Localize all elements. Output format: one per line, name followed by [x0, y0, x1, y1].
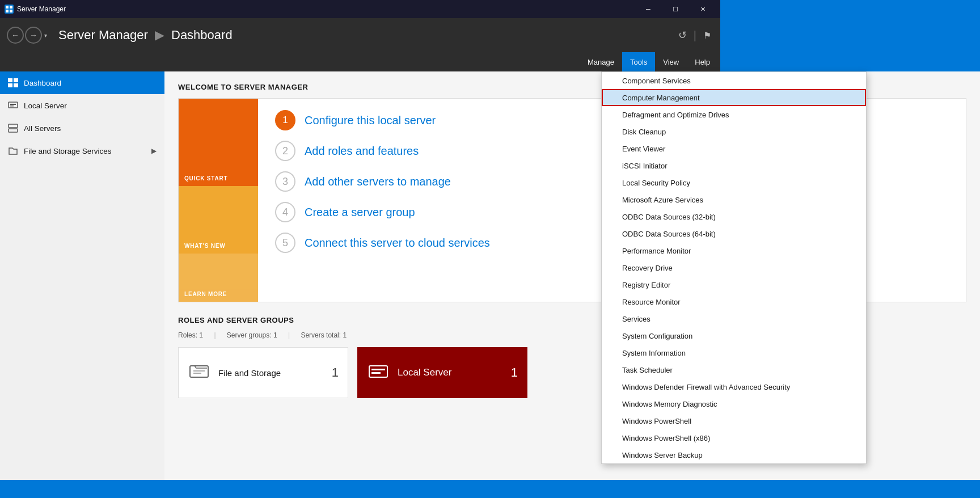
- welcome-left-panel: QUICK START WHAT'S NEW LEARN MORE: [179, 99, 258, 302]
- local-server-card-info: Local Server: [398, 367, 503, 378]
- menu-manage[interactable]: Manage: [580, 52, 622, 71]
- svg-rect-17: [371, 369, 385, 370]
- quick-link-2[interactable]: Add roles and features: [305, 145, 419, 158]
- svg-rect-4: [8, 78, 12, 82]
- nav-dropdown-arrow[interactable]: ▾: [44, 32, 47, 39]
- window-controls[interactable]: ─ ☐ ✕: [635, 0, 716, 18]
- dropdown-label-odbc32: ODBC Data Sources (32-bit): [622, 213, 716, 221]
- dropdown-label-defender-fw: Windows Defender Firewall with Advanced …: [622, 383, 790, 391]
- dropdown-item-recovery[interactable]: Recovery Drive: [602, 259, 866, 276]
- dropdown-item-services[interactable]: Services: [602, 310, 866, 327]
- dropdown-label-component-services: Component Services: [622, 77, 691, 85]
- dropdown-item-sys-info[interactable]: System Information: [602, 344, 866, 361]
- dropdown-item-perf-monitor[interactable]: Performance Monitor: [602, 242, 866, 259]
- dropdown-item-task-scheduler[interactable]: Task Scheduler: [602, 361, 866, 378]
- dropdown-item-mem-diag[interactable]: Windows Memory Diagnostic: [602, 395, 866, 412]
- roles-sep1: |: [214, 331, 216, 339]
- sidebar-item-all-servers[interactable]: All Servers: [0, 117, 164, 140]
- local-server-card-name: Local Server: [398, 367, 503, 378]
- dashboard-icon: [8, 78, 18, 87]
- quick-num-5: 5: [275, 233, 295, 253]
- dropdown-item-event-viewer[interactable]: Event Viewer: [602, 140, 866, 157]
- menu-tools[interactable]: Tools: [622, 52, 655, 71]
- svg-rect-16: [369, 366, 387, 377]
- learn-more-panel: LEARN MORE: [179, 254, 258, 302]
- dropdown-item-registry[interactable]: Registry Editor: [602, 276, 866, 293]
- title-bar: Server Manager ─ ☐ ✕: [0, 0, 720, 18]
- dropdown-item-resource-monitor[interactable]: Resource Monitor: [602, 293, 866, 310]
- learn-more-label: LEARN MORE: [184, 291, 227, 297]
- file-storage-arrow: ▶: [151, 147, 157, 155]
- quick-link-5[interactable]: Connect this server to cloud services: [305, 237, 490, 250]
- back-button[interactable]: ←: [7, 27, 24, 44]
- toolbar: ← → ▾ Server Manager ▶ Dashboard ↺ | ⚑: [0, 18, 720, 52]
- dropdown-label-powershell: Windows PowerShell: [622, 417, 691, 425]
- quick-num-3: 3: [275, 171, 295, 192]
- file-storage-card-info: File and Storage: [218, 368, 324, 378]
- flag-button[interactable]: ⚑: [701, 28, 713, 43]
- local-server-card-count: 1: [511, 365, 518, 380]
- dropdown-label-sys-info: System Information: [622, 349, 686, 357]
- dropdown-item-odbc32[interactable]: ODBC Data Sources (32-bit): [602, 208, 866, 225]
- svg-rect-7: [14, 83, 18, 87]
- dropdown-label-services: Services: [622, 315, 650, 323]
- svg-rect-10: [10, 105, 14, 107]
- nav-buttons: ← → ▾: [7, 27, 47, 44]
- svg-rect-2: [6, 10, 9, 12]
- menu-help[interactable]: Help: [687, 52, 718, 71]
- dropdown-label-registry: Registry Editor: [622, 281, 670, 289]
- sidebar-label-local-server: Local Server: [24, 102, 67, 110]
- quick-link-1[interactable]: Configure this local server: [305, 114, 436, 127]
- sidebar-label-dashboard: Dashboard: [24, 79, 61, 87]
- whats-new-panel: WHAT'S NEW: [179, 186, 258, 254]
- dropdown-label-mem-diag: Windows Memory Diagnostic: [622, 400, 717, 408]
- svg-rect-9: [10, 104, 16, 105]
- refresh-button[interactable]: ↺: [676, 27, 689, 44]
- dropdown-item-odbc64[interactable]: ODBC Data Sources (64-bit): [602, 225, 866, 242]
- quick-link-4[interactable]: Create a server group: [305, 206, 415, 219]
- dropdown-item-powershell[interactable]: Windows PowerShell: [602, 412, 866, 429]
- dropdown-item-iscsi[interactable]: iSCSI Initiator: [602, 157, 866, 174]
- maximize-button[interactable]: ☐: [662, 0, 688, 18]
- dropdown-item-sys-config[interactable]: System Configuration: [602, 327, 866, 344]
- forward-button[interactable]: →: [25, 27, 42, 44]
- dropdown-item-defender-fw[interactable]: Windows Defender Firewall with Advanced …: [602, 378, 866, 395]
- dropdown-item-component-services[interactable]: Component Services: [602, 72, 866, 89]
- menubar: Manage Tools View Help: [0, 52, 720, 71]
- dropdown-item-server-backup[interactable]: Windows Server Backup: [602, 446, 866, 463]
- local-server-card[interactable]: Local Server 1: [357, 347, 527, 398]
- roles-sep2: |: [288, 331, 290, 339]
- dropdown-item-disk-cleanup[interactable]: Disk Cleanup: [602, 123, 866, 140]
- dropdown-label-resource-monitor: Resource Monitor: [622, 298, 681, 306]
- dropdown-label-odbc64: ODBC Data Sources (64-bit): [622, 230, 716, 238]
- server-groups-count: Server groups: 1: [227, 331, 277, 339]
- menu-view[interactable]: View: [655, 52, 687, 71]
- dropdown-label-event-viewer: Event Viewer: [622, 145, 665, 153]
- file-storage-card[interactable]: File and Storage 1: [178, 347, 348, 398]
- dropdown-item-defragment[interactable]: Defragment and Optimize Drives: [602, 106, 866, 123]
- dropdown-label-recovery: Recovery Drive: [622, 264, 673, 272]
- dropdown-item-local-security[interactable]: Local Security Policy: [602, 174, 866, 191]
- local-server-card-icon: [367, 361, 390, 384]
- svg-rect-1: [10, 6, 12, 9]
- status-bar: [0, 480, 720, 498]
- minimize-button[interactable]: ─: [635, 0, 661, 18]
- sidebar-label-all-servers: All Servers: [24, 124, 61, 133]
- dropdown-item-computer-management[interactable]: Computer Management: [602, 89, 866, 106]
- sidebar-item-local-server[interactable]: Local Server: [0, 94, 164, 117]
- roles-count: Roles: 1: [178, 331, 203, 339]
- dropdown-label-powershell-x86: Windows PowerShell (x86): [622, 434, 710, 442]
- sidebar-item-dashboard[interactable]: Dashboard: [0, 71, 164, 94]
- dropdown-item-azure[interactable]: Microsoft Azure Services: [602, 191, 866, 208]
- file-storage-icon: [8, 146, 18, 155]
- close-button[interactable]: ✕: [690, 0, 716, 18]
- dropdown-item-powershell-x86[interactable]: Windows PowerShell (x86): [602, 429, 866, 446]
- dropdown-label-sys-config: System Configuration: [622, 332, 692, 340]
- quick-link-3[interactable]: Add other servers to manage: [305, 175, 451, 188]
- svg-rect-6: [8, 83, 12, 87]
- quick-num-1: 1: [275, 110, 295, 130]
- dropdown-label-local-security: Local Security Policy: [622, 179, 690, 187]
- sidebar-item-file-storage[interactable]: File and Storage Services ▶: [0, 140, 164, 162]
- dropdown-label-disk-cleanup: Disk Cleanup: [622, 128, 666, 136]
- toolbar-breadcrumb: Server Manager ▶ Dashboard: [58, 28, 671, 43]
